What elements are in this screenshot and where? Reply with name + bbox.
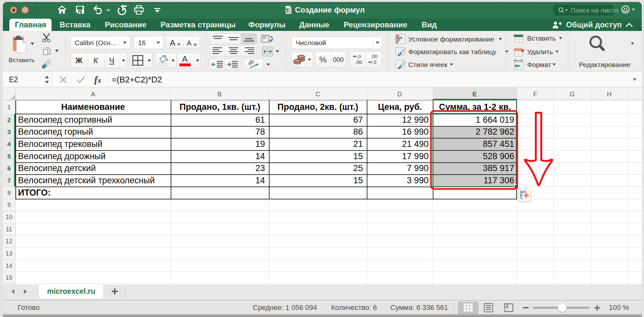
svg-text:x: x [285, 9, 288, 13]
